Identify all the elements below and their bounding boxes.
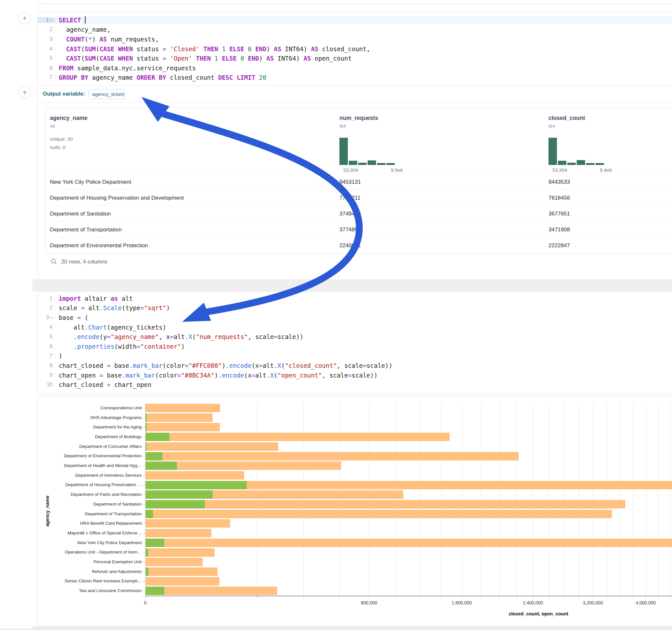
table-row[interactable]: Department of Sanitation37494853677651: [45, 205, 672, 222]
column-type: i64: [549, 123, 585, 129]
gridline: [369, 403, 369, 596]
line-number: 5: [50, 334, 52, 340]
bottom-gap: [32, 626, 672, 629]
line-number: 1: [50, 295, 52, 301]
bar-closed_count: [146, 433, 450, 441]
y-tick: [143, 466, 145, 466]
results-table: agency_namestrunique: 20nulls: 0num_requ…: [45, 107, 672, 254]
x-tick-label: 0: [144, 600, 146, 605]
code-line: 6 .properties(width="container"): [38, 342, 672, 351]
code-line: 5 CAST(SUM(CASE WHEN status = 'Open' THE…: [38, 53, 672, 63]
x-tick: [579, 596, 579, 598]
code-line: 7GROUP BY agency_name ORDER BY closed_co…: [38, 73, 672, 83]
y-tick: [143, 562, 145, 562]
x-tick: [633, 596, 633, 598]
column-type: str: [50, 123, 88, 129]
notebook-page: + + 1SELECT 2 agency_name,3 COUNT(*) AS …: [0, 0, 672, 630]
line-number: 7: [50, 353, 52, 359]
line-number: 5: [50, 55, 52, 61]
y-tick: [143, 514, 145, 514]
histogram-min-label: 53,304: [552, 167, 567, 173]
y-axis-label: HRA Benefit Card Replacement: [38, 521, 142, 526]
x-tick: [481, 596, 481, 598]
bar-closed_count: [146, 452, 519, 461]
x-tick-label: 2,400,000: [523, 600, 543, 605]
sql-editor[interactable]: 1SELECT 2 agency_name,3 COUNT(*) AS num_…: [38, 15, 672, 82]
y-axis-label: Department for the Aging: [38, 425, 142, 429]
bar-closed_count: [146, 567, 217, 576]
y-tick: [143, 552, 145, 553]
bar-open_count: [146, 481, 247, 489]
gridline: [304, 403, 304, 596]
y-tick: [143, 408, 145, 408]
table-row[interactable]: New York City Police Department945313194…: [45, 174, 672, 190]
table-cell: Department of Housing Preservation and D…: [50, 195, 184, 201]
line-number: 2: [50, 305, 52, 311]
y-axis-label: Department of Housing Preservation …: [38, 482, 142, 487]
gridline: [517, 403, 517, 596]
fold-chevron-icon[interactable]: [49, 18, 53, 21]
y-axis-label: Operations Unit - Department of Hom…: [38, 550, 142, 555]
y-tick: [143, 418, 145, 418]
table-row[interactable]: Department of Transportation377489234719…: [45, 221, 672, 238]
add-cell-button-top[interactable]: +: [19, 12, 31, 24]
column-header-agency_name[interactable]: agency_namestr: [50, 115, 88, 129]
bar-open_count: [146, 587, 164, 595]
table-cell: 2240041: [339, 242, 361, 249]
add-cell-button-middle[interactable]: +: [19, 86, 31, 98]
y-axis-label: Senior Citizen Rent Increase Exempti…: [38, 579, 142, 583]
y-axis-label: Department of Homeless Services: [38, 473, 142, 478]
table-row[interactable]: Department of Housing Preservation and D…: [45, 190, 672, 206]
x-tick: [304, 596, 304, 598]
y-tick: [143, 504, 145, 505]
x-tick: [441, 596, 441, 598]
x-axis-title: closed_count, open_count: [509, 611, 568, 616]
y-tick: [143, 485, 145, 485]
y-tick: [143, 446, 145, 447]
gridline: [658, 403, 658, 596]
y-axis-label: Department of Buildings: [38, 434, 142, 439]
gridline: [549, 403, 549, 596]
table-cell: 3471908: [549, 226, 570, 233]
output-variable-input[interactable]: agency_tickets: [89, 89, 125, 99]
gridline: [533, 403, 533, 596]
y-axis-label: Department of Parks and Recreation: [38, 492, 142, 497]
y-axis-label: Department of Consumer Affairs: [38, 444, 142, 449]
y-axis-label: New York City Police Department: [38, 540, 142, 545]
x-tick: [620, 596, 621, 598]
fold-chevron-icon[interactable]: [49, 315, 53, 319]
code-line: 6FROM sample_data.nyc.service_requests: [38, 63, 672, 73]
x-tick-label: 800,000: [361, 600, 377, 605]
code-line: 8chart_closed = base.mark_bar(color="#FF…: [38, 361, 672, 370]
y-axis-label: Department of Sanitation: [38, 502, 142, 507]
line-number: 6: [50, 65, 52, 71]
x-tick: [145, 596, 146, 598]
column-header-num_requests[interactable]: num_requestsi64: [339, 115, 378, 129]
bar-closed_count: [146, 442, 278, 451]
code-line: 10chart_closed + chart_open: [38, 380, 672, 390]
line-number: 3: [46, 315, 49, 320]
python-editor[interactable]: 1import altair as alt2scale = alt.Scale(…: [38, 294, 672, 390]
code-line: 7): [38, 351, 672, 361]
y-tick: [143, 476, 145, 476]
bar-open_count: [146, 500, 205, 508]
column-header-closed_count[interactable]: closed_counti64: [549, 115, 585, 129]
column-type: i64: [339, 123, 378, 129]
column-histogram: [549, 138, 604, 165]
x-tick: [339, 596, 339, 598]
gridline: [419, 403, 420, 596]
bar-open_count: [146, 548, 148, 557]
gridline: [606, 403, 607, 596]
x-tick: [533, 596, 533, 598]
y-tick: [143, 581, 145, 581]
x-axis-line: [145, 596, 672, 596]
table-cell: Department of Transportation: [50, 226, 122, 233]
bar-open_count: [146, 423, 147, 431]
output-variable-bar: Output variable: agency_tickets: [38, 86, 672, 102]
bar-open_count: [146, 413, 147, 422]
table-row[interactable]: Department of Environmental Protection22…: [45, 237, 672, 253]
y-axis-title: agency_name: [45, 462, 50, 560]
x-tick: [593, 596, 593, 598]
search-icon[interactable]: [51, 258, 57, 265]
histogram-min-label: 53,304: [343, 167, 358, 173]
